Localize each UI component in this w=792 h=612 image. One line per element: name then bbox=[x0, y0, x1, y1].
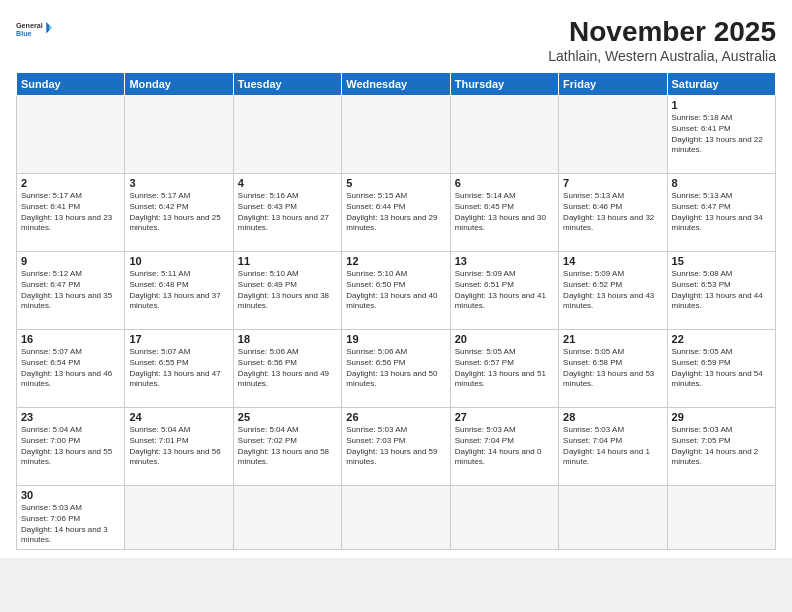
header-sunday: Sunday bbox=[17, 73, 125, 96]
day-25: 25 Sunrise: 5:04 AMSunset: 7:02 PMDaylig… bbox=[233, 408, 341, 486]
empty-cell bbox=[450, 486, 558, 550]
day-29: 29 Sunrise: 5:03 AMSunset: 7:05 PMDaylig… bbox=[667, 408, 775, 486]
day-24: 24 Sunrise: 5:04 AMSunset: 7:01 PMDaylig… bbox=[125, 408, 233, 486]
empty-cell bbox=[342, 486, 450, 550]
header-friday: Friday bbox=[559, 73, 667, 96]
empty-cell bbox=[559, 96, 667, 174]
day-27: 27 Sunrise: 5:03 AMSunset: 7:04 PMDaylig… bbox=[450, 408, 558, 486]
header-tuesday: Tuesday bbox=[233, 73, 341, 96]
day-28: 28 Sunrise: 5:03 AMSunset: 7:04 PMDaylig… bbox=[559, 408, 667, 486]
header-monday: Monday bbox=[125, 73, 233, 96]
day-16: 16 Sunrise: 5:07 AMSunset: 6:54 PMDaylig… bbox=[17, 330, 125, 408]
day-19: 19 Sunrise: 5:06 AMSunset: 6:56 PMDaylig… bbox=[342, 330, 450, 408]
day-1: 1 Sunrise: 5:18 AMSunset: 6:41 PMDayligh… bbox=[667, 96, 775, 174]
day-12: 12 Sunrise: 5:10 AMSunset: 6:50 PMDaylig… bbox=[342, 252, 450, 330]
day-2: 2 Sunrise: 5:17 AMSunset: 6:41 PMDayligh… bbox=[17, 174, 125, 252]
logo: General Blue bbox=[16, 16, 52, 44]
day-21: 21 Sunrise: 5:05 AMSunset: 6:58 PMDaylig… bbox=[559, 330, 667, 408]
day-10: 10 Sunrise: 5:11 AMSunset: 6:48 PMDaylig… bbox=[125, 252, 233, 330]
empty-cell bbox=[342, 96, 450, 174]
day-4: 4 Sunrise: 5:16 AMSunset: 6:43 PMDayligh… bbox=[233, 174, 341, 252]
day-11: 11 Sunrise: 5:10 AMSunset: 6:49 PMDaylig… bbox=[233, 252, 341, 330]
day-7: 7 Sunrise: 5:13 AMSunset: 6:46 PMDayligh… bbox=[559, 174, 667, 252]
empty-cell bbox=[125, 96, 233, 174]
day-23: 23 Sunrise: 5:04 AMSunset: 7:00 PMDaylig… bbox=[17, 408, 125, 486]
header-saturday: Saturday bbox=[667, 73, 775, 96]
empty-cell bbox=[559, 486, 667, 550]
location-subtitle: Lathlain, Western Australia, Australia bbox=[548, 48, 776, 64]
header-wednesday: Wednesday bbox=[342, 73, 450, 96]
day-30: 30 Sunrise: 5:03 AMSunset: 7:06 PMDaylig… bbox=[17, 486, 125, 550]
empty-cell bbox=[17, 96, 125, 174]
page-header: General Blue November 2025 Lathlain, Wes… bbox=[16, 16, 776, 64]
day-15: 15 Sunrise: 5:08 AMSunset: 6:53 PMDaylig… bbox=[667, 252, 775, 330]
day-18: 18 Sunrise: 5:06 AMSunset: 6:56 PMDaylig… bbox=[233, 330, 341, 408]
calendar-table: Sunday Monday Tuesday Wednesday Thursday… bbox=[16, 72, 776, 550]
empty-cell bbox=[233, 96, 341, 174]
logo-icon: General Blue bbox=[16, 16, 52, 44]
day-17: 17 Sunrise: 5:07 AMSunset: 6:55 PMDaylig… bbox=[125, 330, 233, 408]
day-6: 6 Sunrise: 5:14 AMSunset: 6:45 PMDayligh… bbox=[450, 174, 558, 252]
day-22: 22 Sunrise: 5:05 AMSunset: 6:59 PMDaylig… bbox=[667, 330, 775, 408]
title-block: November 2025 Lathlain, Western Australi… bbox=[548, 16, 776, 64]
empty-cell bbox=[233, 486, 341, 550]
day-8: 8 Sunrise: 5:13 AMSunset: 6:47 PMDayligh… bbox=[667, 174, 775, 252]
day-26: 26 Sunrise: 5:03 AMSunset: 7:03 PMDaylig… bbox=[342, 408, 450, 486]
empty-cell bbox=[450, 96, 558, 174]
day-9: 9 Sunrise: 5:12 AMSunset: 6:47 PMDayligh… bbox=[17, 252, 125, 330]
day-13: 13 Sunrise: 5:09 AMSunset: 6:51 PMDaylig… bbox=[450, 252, 558, 330]
month-title: November 2025 bbox=[548, 16, 776, 48]
svg-text:General: General bbox=[16, 21, 43, 30]
day-20: 20 Sunrise: 5:05 AMSunset: 6:57 PMDaylig… bbox=[450, 330, 558, 408]
empty-cell bbox=[125, 486, 233, 550]
svg-text:Blue: Blue bbox=[16, 29, 32, 38]
day-5: 5 Sunrise: 5:15 AMSunset: 6:44 PMDayligh… bbox=[342, 174, 450, 252]
empty-cell bbox=[667, 486, 775, 550]
day-3: 3 Sunrise: 5:17 AMSunset: 6:42 PMDayligh… bbox=[125, 174, 233, 252]
header-thursday: Thursday bbox=[450, 73, 558, 96]
svg-marker-3 bbox=[49, 25, 52, 31]
day-14: 14 Sunrise: 5:09 AMSunset: 6:52 PMDaylig… bbox=[559, 252, 667, 330]
